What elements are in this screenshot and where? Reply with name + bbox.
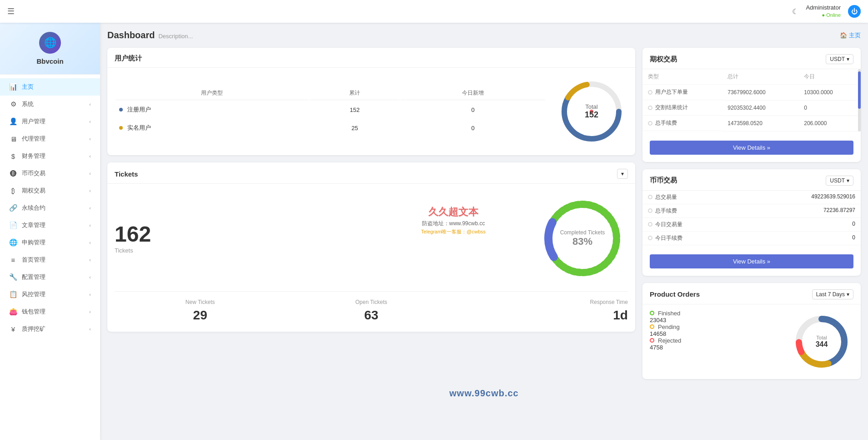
coin-trading-header: 币币交易 USDT ▾	[642, 169, 861, 191]
sidebar-item-home[interactable]: 📊 主页	[0, 78, 100, 96]
product-orders-filter-text: Last 7 Days	[816, 291, 845, 298]
sidebar-item-perp[interactable]: 🔗 永续合约 ‹	[0, 199, 100, 217]
nav-label-finance: 财务管理	[22, 152, 45, 160]
sidebar-item-user-mgmt[interactable]: 👤 用户管理 ‹	[0, 113, 100, 130]
order-row-pending: Pending 14658	[650, 324, 783, 337]
donut-label-num: 152	[585, 110, 598, 120]
coin-row-total-fee: 总手续费 72236.87297	[642, 204, 861, 218]
col-type: 用户类型	[115, 86, 309, 100]
header-left: ☰	[7, 6, 15, 16]
moon-icon[interactable]: ☾	[792, 7, 798, 16]
dot-blue	[119, 108, 123, 111]
dot-gold	[119, 126, 123, 130]
coin-row-today-vol: 今日交易量 0	[642, 218, 861, 232]
tickets-body: 162 Tickets	[107, 184, 635, 332]
finance-icon: $	[9, 152, 17, 160]
header-right: ☾ Administrator Online ⏻	[792, 4, 861, 18]
hamburger-icon[interactable]: ☰	[7, 6, 15, 16]
sidebar-item-risk[interactable]: 📋 风控管理 ‹	[0, 286, 100, 303]
power-button[interactable]: ⏻	[848, 5, 861, 18]
home-breadcrumb[interactable]: 🏠 主页	[840, 31, 861, 40]
sidebar-item-system[interactable]: ⚙ 系统 ‹	[0, 96, 100, 113]
risk-icon: 📋	[9, 290, 17, 298]
orders-donut-label: Total 344	[816, 335, 828, 349]
nav-arrow-ipo: ‹	[89, 240, 91, 245]
coin-select-text: USDT	[830, 177, 845, 184]
nav-label-agent-mgmt: 代理管理	[22, 135, 45, 143]
ipo-icon: 🌐	[9, 238, 17, 247]
dot-finished	[650, 311, 654, 315]
col-type-header: 类型	[642, 69, 722, 85]
sidebar-logo: 🌐 Bbvcoin	[0, 23, 100, 75]
new-tickets-label: New Tickets	[115, 299, 286, 305]
sidebar-item-mining[interactable]: ¥ 质押挖矿 ‹	[0, 320, 100, 338]
nav-label-system: 系统	[22, 100, 34, 108]
label-pending: Pending	[658, 324, 680, 330]
page-description: Description...	[158, 33, 193, 40]
sidebar-item-articles[interactable]: 📄 文章管理 ‹	[0, 217, 100, 234]
coin-trading-select[interactable]: USDT ▾	[826, 176, 853, 186]
row-label-registered: 注册用户	[127, 106, 151, 113]
tickets-title: Tickets	[115, 170, 138, 178]
value-finished: 23043	[650, 317, 666, 324]
product-orders-body: Finished 23043 Pending 14658	[642, 304, 861, 379]
product-orders-title: Product Orders	[650, 290, 700, 298]
nav-label-coin-trade: 币币交易	[22, 169, 45, 177]
page-title: Dashboard	[107, 30, 155, 40]
nav-arrow-articles: ‹	[89, 223, 91, 228]
sidebar-item-finance[interactable]: $ 财务管理 ‹	[0, 147, 100, 165]
wallet-icon: 👛	[9, 308, 17, 316]
tickets-dropdown[interactable]: ▾	[617, 169, 628, 179]
right-panel: 期权交易 USDT ▾ 类型 总计 今日	[642, 48, 861, 379]
coin-trading-body: 总交易量 49223639.529016 总手续费 72236.87297	[642, 191, 861, 245]
sidebar-item-wallet[interactable]: 👛 钱包管理 ‹	[0, 303, 100, 320]
user-stats-body: 用户类型 累计 今日新增	[107, 68, 635, 155]
label-rejected: Rejected	[658, 337, 681, 344]
nav-label-config: 配置管理	[22, 273, 45, 281]
order-vol-total: 73679902.6000	[722, 85, 798, 101]
stat-open-tickets: Open Tickets 63	[286, 299, 457, 323]
col-total: 累计	[310, 86, 400, 100]
sidebar-nav: 📊 主页 ⚙ 系统 ‹ 👤 用户管理 ‹ 🖥	[0, 75, 100, 341]
options-trading-select[interactable]: USDT ▾	[826, 54, 853, 64]
dashboard-grid: 用户统计 用户类型 累计 今日新增	[107, 48, 861, 379]
homepage-icon: ≡	[9, 256, 17, 264]
sidebar-item-coin-trade[interactable]: 🅑 币币交易 ‹	[0, 165, 100, 182]
home-icon: 🏠	[840, 32, 847, 39]
col-total-header: 总计	[722, 69, 798, 85]
verified-total: 25	[310, 119, 400, 137]
options-trading-title: 期权交易	[650, 55, 677, 64]
sidebar-item-agent-mgmt[interactable]: 🖥 代理管理 ‹	[0, 130, 100, 147]
nav-label-wallet: 钱包管理	[22, 308, 45, 316]
bottom-watermark: www.99cwb.cc	[107, 379, 861, 408]
nav-arrow-coin-trade: ‹	[89, 171, 91, 176]
value-rejected: 4758	[650, 344, 663, 351]
sidebar-item-options[interactable]: ₿ 期权交易 ‹	[0, 182, 100, 199]
logo-icon: 🌐	[39, 32, 61, 54]
scrollbar-track	[858, 69, 861, 131]
row-dot	[648, 106, 652, 110]
coin-view-details-button[interactable]: View Details »	[650, 254, 853, 268]
coin-value-today-vol: 0	[852, 221, 855, 227]
coin-value-today-fee: 0	[852, 234, 855, 241]
tickets-header: Tickets ▾	[107, 162, 635, 184]
options-view-details-button[interactable]: View Details »	[650, 141, 853, 155]
sidebar-item-homepage[interactable]: ≡ 首页管理 ‹	[0, 251, 100, 268]
response-time-label: Response Time	[457, 299, 628, 305]
coin-value-total-fee: 72236.87297	[823, 207, 855, 213]
admin-status: Online	[822, 12, 841, 18]
tickets-count-area: 162 Tickets	[115, 223, 151, 254]
sidebar-item-ipo[interactable]: 🌐 申购管理 ‹	[0, 234, 100, 251]
coin-label-today-vol: 今日交易量	[655, 221, 682, 228]
coin-trade-icon: 🅑	[9, 170, 17, 177]
open-tickets-label: Open Tickets	[286, 299, 457, 305]
row-dot	[648, 208, 652, 213]
stat-new-tickets: New Tickets 29	[115, 299, 286, 323]
user-stats-title: 用户统计	[115, 54, 142, 63]
product-orders-filter[interactable]: Last 7 Days ▾	[812, 289, 853, 299]
sidebar-item-config[interactable]: 🔧 配置管理 ‹	[0, 268, 100, 286]
bottom-watermark-text: www.99cwb.cc	[449, 388, 518, 398]
mining-icon: ¥	[9, 325, 17, 333]
orders-donut-total-label: Total	[816, 335, 828, 340]
nav-label-ipo: 申购管理	[22, 238, 45, 247]
